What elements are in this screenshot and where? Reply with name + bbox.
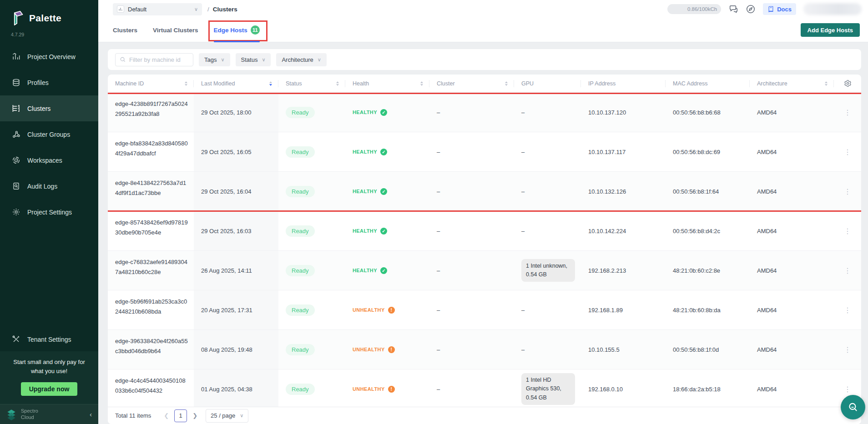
column-header-architecture[interactable]: Architecture [750, 75, 834, 92]
chat-icon[interactable] [728, 4, 738, 14]
breadcrumb: / Clusters [207, 6, 237, 13]
ip-address-cell: 10.10.142.224 [581, 211, 666, 250]
cluster-cell: – [429, 330, 514, 369]
column-header-ip-address: IP Address [581, 75, 666, 92]
sidebar-item-cluster-groups[interactable]: Cluster Groups [0, 121, 98, 147]
docs-button[interactable]: Docs [763, 3, 796, 15]
current-page-button[interactable]: 1 [174, 409, 187, 422]
health-status-icon [388, 386, 395, 393]
previous-page-icon[interactable]: ❮ [164, 412, 169, 419]
status-badge: Ready [286, 304, 315, 316]
compass-icon[interactable] [746, 4, 756, 14]
machine-id-cell: edge-c76832aefe914893047a48210b60c28e [108, 251, 194, 290]
row-menu-icon[interactable] [834, 211, 861, 250]
row-menu-icon[interactable] [834, 132, 861, 171]
row-menu-icon[interactable] [834, 290, 861, 329]
sidebar-item-profiles[interactable]: Profiles [0, 70, 98, 95]
column-settings-gear-icon[interactable] [834, 75, 861, 92]
page-size-select[interactable]: 25 / page ∨ [206, 409, 248, 423]
column-header-mac-address: MAC Address [666, 75, 750, 92]
user-menu-blurred[interactable] [803, 3, 862, 15]
column-header-machine-id[interactable]: Machine ID [108, 75, 194, 92]
mac-address-cell: 00:50:56:b8:1f:64 [666, 172, 750, 211]
machine-id-search[interactable] [115, 53, 193, 66]
upgrade-promo: Start small and only pay for what you us… [0, 351, 98, 404]
chevron-down-icon: ∨ [318, 57, 321, 63]
last-modified-cell: 26 Aug 2025, 14:11 [194, 251, 278, 290]
sidebar-item-tenant-settings[interactable]: Tenant Settings [0, 328, 98, 351]
help-search-floating-button[interactable] [841, 395, 865, 419]
machine-id-cell: edge-8e41384227563a7d14df9f1d1ac73bbe [108, 172, 194, 211]
ip-address-cell: 10.10.137.120 [581, 93, 666, 132]
sidebar-item-label: Cluster Groups [27, 131, 70, 138]
architecture-filter-dropdown[interactable]: Architecture ∨ [276, 53, 326, 66]
sidebar-item-label: Workspaces [27, 157, 62, 164]
next-page-icon[interactable]: ❯ [192, 412, 197, 419]
project-scope-value: Default [128, 6, 191, 13]
row-menu-icon[interactable] [834, 172, 861, 211]
health-cell: HEALTHY [345, 93, 429, 132]
main-area: Default ∨ / Clusters 0.86/100kCh Docs [98, 0, 868, 424]
cluster-cell: – [429, 93, 514, 132]
health-label: UNHEALTHY [353, 347, 385, 352]
machine-id-cell: edge-396338420e4f260a55c3bbd046db9b64 [108, 330, 194, 369]
status-badge: Ready [286, 107, 315, 118]
audit-log-icon [12, 182, 20, 190]
sidebar-item-audit-logs[interactable]: Audit Logs [0, 173, 98, 199]
last-modified-cell: 01 Aug 2025, 04:38 [194, 369, 278, 409]
table-row: edge-857438426ef9d9781930dbe90b705e4e 29… [108, 211, 861, 251]
ip-address-cell: 192.168.0.10 [581, 369, 666, 409]
tags-filter-dropdown[interactable]: Tags ∨ [199, 53, 230, 66]
promo-text: Start small and only pay for what you us… [11, 358, 87, 376]
row-menu-icon[interactable] [834, 330, 861, 369]
column-header-health[interactable]: Health [345, 75, 429, 92]
tab-edge-hosts[interactable]: Edge Hosts 11 [214, 18, 260, 42]
sidebar-item-project-settings[interactable]: Project Settings [0, 199, 98, 225]
last-modified-cell: 29 Oct 2025, 16:05 [194, 132, 278, 171]
sidebar-item-workspaces[interactable]: Workspaces [0, 147, 98, 173]
network-nodes-icon [12, 130, 20, 139]
tab-clusters[interactable]: Clusters [113, 18, 137, 42]
layers-icon [12, 78, 20, 87]
add-edge-hosts-button[interactable]: Add Edge Hosts [801, 23, 860, 37]
tab-label: Virtual Clusters [153, 27, 198, 34]
cluster-list-icon [12, 104, 20, 113]
gpu-cell: 1 Intel HD Graphics 530, 0.54 GB [514, 369, 581, 409]
last-modified-cell: 29 Oct 2025, 16:04 [194, 172, 278, 211]
row-menu-icon[interactable] [834, 251, 861, 290]
tab-virtual-clusters[interactable]: Virtual Clusters [153, 18, 198, 42]
ip-address-cell: 192.168.1.89 [581, 290, 666, 329]
column-header-last-modified[interactable]: Last Modified [194, 75, 278, 92]
table-row: edge-4238b891f7267a5024295521a92b3fa8 29… [108, 93, 861, 132]
status-cell: Ready [278, 290, 345, 329]
health-status-icon [380, 228, 387, 234]
sidebar-item-project-overview[interactable]: Project Overview [0, 44, 98, 70]
row-menu-icon[interactable] [834, 93, 861, 132]
edge-hosts-count-badge: 11 [251, 25, 260, 35]
workspaces-icon [12, 156, 20, 165]
app-name: Palette [29, 13, 61, 24]
upgrade-now-button[interactable]: Upgrade now [21, 382, 78, 396]
column-header-status[interactable]: Status [278, 75, 345, 92]
column-header-cluster[interactable]: Cluster [429, 75, 514, 92]
gpu-cell: – [514, 172, 581, 211]
cluster-cell: – [429, 132, 514, 171]
health-label: HEALTHY [353, 268, 377, 273]
collapse-sidebar-icon[interactable]: ‹ [90, 410, 92, 418]
table-row: edge-8e41384227563a7d14df9f1d1ac73bbe 29… [108, 172, 861, 211]
status-cell: Ready [278, 251, 345, 290]
search-input[interactable] [129, 56, 189, 63]
table-row: edge-396338420e4f260a55c3bbd046db9b64 08… [108, 330, 861, 369]
health-status-icon [388, 346, 395, 353]
project-scope-select[interactable]: Default ∨ [113, 3, 202, 15]
mac-address-cell: 18:66:da:2a:b5:18 [666, 369, 750, 409]
sidebar-nav: Project Overview Profiles Clusters Clust… [0, 44, 98, 225]
brand-name: Spectro Cloud [21, 408, 45, 421]
sidebar-item-clusters[interactable]: Clusters [0, 95, 98, 121]
app-logo: Palette [0, 0, 98, 28]
sidebar-item-label: Project Settings [27, 209, 72, 216]
gpu-cell: – [514, 330, 581, 369]
breadcrumb-current[interactable]: Clusters [213, 6, 237, 13]
architecture-filter-label: Architecture [282, 56, 313, 63]
status-filter-dropdown[interactable]: Status ∨ [236, 53, 271, 66]
